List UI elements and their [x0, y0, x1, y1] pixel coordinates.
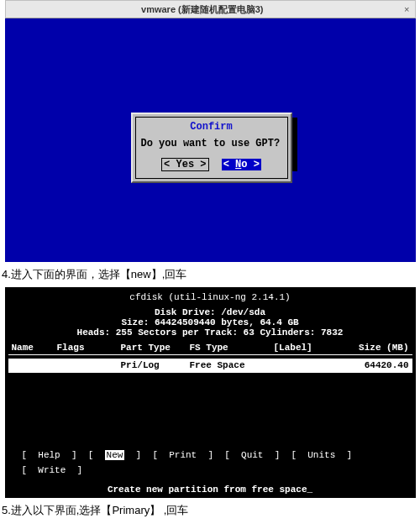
- help-button[interactable]: [ Help ]: [22, 448, 77, 464]
- cell-part-type: Pri/Log: [121, 360, 190, 370]
- col-flags: Flags: [57, 343, 121, 353]
- cell-size: 64420.40: [341, 360, 412, 370]
- cfdisk-menu: [ Help ] [ New ] [ Print ] [ Quit ] [ Un…: [8, 448, 412, 478]
- col-size: Size (MB): [341, 343, 412, 353]
- cell-label: [274, 360, 341, 370]
- disk-drive: Disk Drive: /dev/sda: [8, 307, 412, 317]
- cfdisk-program: cfdisk (util-linux-ng 2.14.1): [8, 292, 412, 302]
- confirm-dialog: Confirm Do you want to use GPT? < Yes > …: [131, 113, 292, 183]
- print-button[interactable]: [ Print ]: [152, 448, 213, 464]
- console-bluescreen: Confirm Do you want to use GPT? < Yes > …: [5, 18, 416, 262]
- vmware-window: vmware (新建随机配置电脑3) × Confirm Do you want…: [5, 0, 416, 262]
- disk-size: Size: 64424509440 bytes, 64.4 GB: [8, 317, 412, 327]
- dialog-title: Confirm: [190, 121, 232, 133]
- titlebar: vmware (新建随机配置电脑3) ×: [5, 0, 416, 18]
- cell-fs-type: Free Space: [190, 360, 274, 370]
- col-fs-type: FS Type: [190, 343, 274, 353]
- no-button[interactable]: < No >: [222, 159, 261, 170]
- new-button[interactable]: [ New ]: [88, 448, 141, 464]
- close-icon[interactable]: ×: [399, 4, 414, 14]
- yes-button[interactable]: < Yes >: [161, 158, 208, 171]
- step5-caption: 5.进入以下界面,选择【Primary】 ,回车: [0, 498, 420, 523]
- cfdisk-terminal: cfdisk (util-linux-ng 2.14.1) Disk Drive…: [5, 287, 416, 498]
- step4-caption: 4.进入下面的界面，选择【new】,回车: [0, 262, 420, 287]
- dialog-button-row: < Yes > < No >: [141, 158, 282, 171]
- col-label: [Label]: [274, 343, 341, 353]
- table-header-row: Name Flags Part Type FS Type [Label] Siz…: [8, 343, 412, 355]
- cell-flags: [57, 360, 121, 370]
- col-part-type: Part Type: [121, 343, 190, 353]
- write-button[interactable]: [ Write ]: [22, 464, 83, 479]
- disk-geometry: Heads: 255 Sectors per Track: 63 Cylinde…: [8, 327, 412, 338]
- cfdisk-hint: Create new partition from free space_: [8, 484, 412, 496]
- window-title: vmware (新建随机配置电脑3): [6, 3, 400, 16]
- quit-button[interactable]: [ Quit ]: [224, 448, 280, 464]
- units-button[interactable]: [ Units ]: [291, 448, 352, 464]
- col-name: Name: [8, 343, 57, 353]
- table-row[interactable]: Pri/Log Free Space 64420.40: [8, 359, 412, 373]
- dialog-body: Confirm Do you want to use GPT? < Yes > …: [135, 117, 288, 179]
- cell-name: [8, 360, 57, 370]
- dialog-shadow: [292, 118, 297, 171]
- dialog-message: Do you want to use GPT?: [141, 138, 282, 149]
